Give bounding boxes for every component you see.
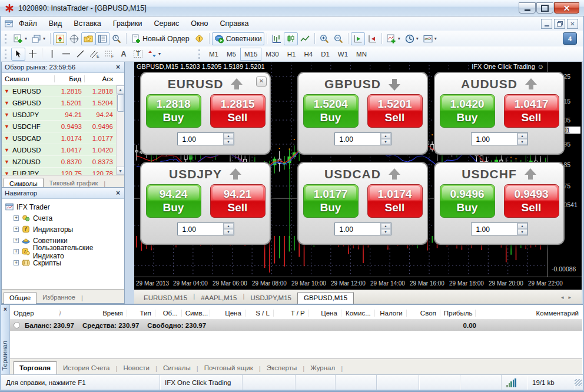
toolbar-drag-handle[interactable] [5,34,8,44]
scroll-thumb[interactable] [117,94,124,112]
buy-button[interactable]: 1.2818Buy [146,94,201,128]
new-order-button[interactable]: Новый Ордер [129,32,192,45]
channel-tool-button[interactable]: E [87,48,102,61]
volume-value[interactable]: 1.00 [335,133,380,145]
volume-value[interactable]: 1.00 [335,223,380,235]
tab-experts[interactable]: Эксперты [261,362,303,374]
column-taxes[interactable]: Налоги [375,310,407,317]
navigator-button[interactable] [81,32,95,45]
crosshair-tool-button[interactable] [25,48,39,61]
templates-button[interactable]: ▾ [421,32,439,45]
column-volume[interactable]: Об... [155,310,182,317]
resize-grip[interactable] [575,379,582,386]
scroll-up-icon[interactable]: ▲ [117,85,125,94]
spin-up-icon[interactable]: ▲ [517,223,527,229]
table-row[interactable]: ▼USDJPY94.2194.24 [2,109,124,121]
tab-journal[interactable]: Журнал [304,362,341,374]
expand-icon[interactable]: + [14,227,19,232]
tab-favorites[interactable]: Избранное [36,291,81,303]
column-type[interactable]: Тип [127,310,155,317]
expand-icon[interactable]: + [14,215,19,221]
mdi-restore-button[interactable] [554,19,565,29]
expand-icon[interactable]: + [14,260,19,265]
table-row[interactable]: ▼NZDUSD0.83700.8373 [2,156,124,168]
sell-button[interactable]: 1.0174Sell [367,184,423,218]
table-row[interactable]: ▼GBPUSD1.52011.5204 [2,97,124,109]
terminal-close-icon[interactable]: × [1,306,9,313]
timeframe-m5[interactable]: M5 [223,48,240,61]
tab-mailbox[interactable]: Почтовый ящик [198,362,259,374]
buy-button[interactable]: 1.0177Buy [303,184,359,218]
alert-button[interactable]: ! [192,32,207,45]
tree-item-root[interactable]: IFX Trader [5,201,124,212]
time-axis[interactable]: 29 Mar 2013 29 Mar 04:00 29 Mar 06:00 29… [134,277,582,290]
volume-spinner[interactable]: 1.00▲▼ [334,222,391,235]
market-watch-scrollbar[interactable]: ▲ ▼ [116,85,124,175]
timeframe-h1[interactable]: H1 [283,48,300,61]
column-ask[interactable]: Аск [85,75,116,82]
trendline-tool-button[interactable] [73,48,87,61]
spin-down-icon[interactable]: ▼ [381,229,391,235]
volume-value[interactable]: 1.00 [178,223,223,235]
volume-value[interactable]: 1.00 [472,133,517,145]
expand-icon[interactable]: + [14,249,19,254]
balance-row[interactable]: Баланс: 230.97 Средства: 230.97 Свободно… [10,320,582,331]
label-tool-button[interactable]: T [131,48,145,61]
mdi-minimize-button[interactable] [541,19,552,29]
volume-spinner[interactable]: 1.00▲▼ [471,222,528,235]
navigator-caption[interactable]: Навигатор × [2,188,124,199]
column-price[interactable]: Цена [309,310,341,317]
chart-window[interactable]: GBPUSD,M15 1.5203 1.5205 1.5189 1.5201 I… [134,61,582,290]
volume-spinner[interactable]: 1.00▲▼ [471,132,528,145]
sell-button[interactable]: 1.2815Sell [210,94,266,128]
timeframe-m15[interactable]: M15 [240,48,261,61]
expand-icon[interactable]: + [14,238,19,243]
profiles-button[interactable]: ▾ [29,32,48,45]
market-watch-close-icon[interactable]: × [115,63,121,71]
spin-up-icon[interactable]: ▲ [224,133,234,139]
volume-spinner[interactable]: 1.00▲▼ [177,132,234,145]
table-row[interactable]: ▼EURJPY120.75120.78 [2,168,124,175]
spin-up-icon[interactable]: ▲ [517,133,527,139]
timeframe-m30[interactable]: M30 [261,48,283,61]
periods-button[interactable]: ▾ [403,32,421,45]
spin-down-icon[interactable]: ▼ [381,139,391,145]
buy-button[interactable]: 94.24Buy [146,184,201,218]
strategy-tester-button[interactable] [110,32,124,45]
spin-down-icon[interactable]: ▼ [517,139,527,145]
new-chart-button[interactable]: ▾ [11,32,29,45]
timeframe-m1[interactable]: M1 [205,48,223,61]
column-symbol[interactable]: Символ [2,75,55,82]
table-row[interactable]: ▼USDCAD1.01741.0177 [2,132,124,144]
spin-up-icon[interactable]: ▲ [381,223,391,229]
tab-eurusd-m15[interactable]: EURUSD,M15 [138,293,193,304]
maximize-button[interactable] [536,2,553,14]
column-bid[interactable]: Бид [55,75,85,82]
volume-spinner[interactable]: 1.00▲▼ [334,132,391,145]
spin-up-icon[interactable]: ▲ [381,133,391,139]
volume-value[interactable]: 1.00 [472,223,517,235]
column-order[interactable]: Ордер [10,310,59,317]
zoom-out-button[interactable] [331,32,346,45]
tab-signals[interactable]: Сигналы [157,362,197,374]
horizontal-line-tool-button[interactable] [59,48,73,61]
volume-spinner[interactable]: 1.00▲▼ [177,222,234,235]
scroll-down-icon[interactable]: ▼ [117,167,125,175]
tree-item-custom-indicators[interactable]: + f Пользовательские Индикато [5,246,124,257]
column-symbol[interactable]: Симв... [182,310,210,317]
navigator-close-icon[interactable]: × [115,189,121,197]
menu-help[interactable]: Справка [214,18,254,29]
expert-advisors-button[interactable]: Советники [212,32,264,45]
tab-aapl-m15[interactable]: #AAPL,M15 [195,293,243,304]
spin-down-icon[interactable]: ▼ [224,139,234,145]
tab-trade[interactable]: Торговля [13,361,57,374]
timeframe-h4[interactable]: H4 [300,48,317,61]
tree-item-accounts[interactable]: + Счета [5,212,124,224]
tab-usdjpy-m15[interactable]: USDJPY,M15 [245,293,297,304]
timeframe-d1[interactable]: D1 [317,48,334,61]
tree-item-indicators[interactable]: + f Индикаторы [5,224,124,235]
buy-button[interactable]: 0.9496Buy [440,184,495,218]
bar-chart-button[interactable] [270,32,284,45]
table-row[interactable]: ▼EURUSD1.28151.2818 [2,85,124,97]
table-row[interactable]: ▼AUDUSD1.04171.0420 [2,144,124,156]
